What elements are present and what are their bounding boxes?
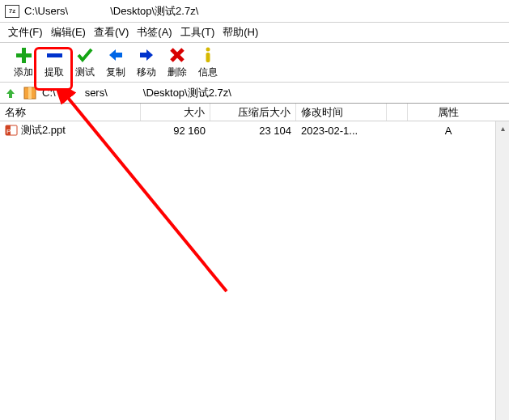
info-label: 信息: [198, 66, 218, 79]
col-header-name[interactable]: 名称: [0, 104, 141, 121]
window-title: C:\Users\\Desktop\测试2.7z\: [24, 4, 198, 19]
scroll-up-icon[interactable]: ▴: [496, 121, 509, 135]
plus-icon: [15, 46, 32, 64]
toolbar: 添加 提取 测试 复制 移动 删除 信息: [0, 42, 509, 83]
cell-attr: A: [408, 121, 489, 139]
menu-favorites[interactable]: 书签(A): [137, 25, 172, 40]
addressbar: C:\sers\\Desktop\测试2.7z\: [0, 83, 509, 104]
test-label: 测试: [75, 66, 95, 79]
titlebar: 7z C:\Users\\Desktop\测试2.7z\: [0, 0, 509, 23]
archive-file-icon: [23, 86, 37, 100]
cell-size: 92 160: [141, 121, 210, 139]
cell-packed: 23 104: [210, 121, 296, 139]
test-button[interactable]: 测试: [70, 44, 100, 81]
app-icon: 7z: [5, 5, 19, 18]
svg-marker-9: [6, 89, 15, 98]
move-arrow-icon: [138, 46, 155, 64]
menu-edit[interactable]: 编辑(E): [51, 25, 86, 40]
extract-button[interactable]: 提取: [39, 44, 70, 81]
cell-modified: 2023-02-1...: [296, 121, 387, 139]
add-button[interactable]: 添加: [8, 44, 39, 81]
col-header-spacer: [387, 104, 408, 121]
menu-file[interactable]: 文件(F): [8, 25, 43, 40]
addr-prefix: C:\: [42, 87, 56, 99]
svg-rect-11: [28, 87, 32, 99]
info-button[interactable]: 信息: [193, 44, 223, 81]
copy-label: 复制: [106, 66, 125, 79]
move-label: 移动: [137, 66, 156, 79]
redacted-seg-2: [108, 88, 143, 98]
addr-suffix: \Desktop\测试2.7z\: [143, 86, 231, 100]
cell-spacer: [387, 121, 408, 139]
col-header-modified[interactable]: 修改时间: [296, 104, 387, 121]
cell-name: P 测试2.ppt: [0, 121, 141, 139]
ppt-file-icon: P: [5, 124, 18, 137]
up-button[interactable]: [3, 86, 18, 100]
extract-label: 提取: [45, 66, 64, 79]
table-row[interactable]: P 测试2.ppt 92 160 23 104 2023-02-1... A: [0, 121, 509, 139]
check-icon: [76, 46, 94, 64]
file-list[interactable]: P 测试2.ppt 92 160 23 104 2023-02-1... A ▴: [0, 121, 509, 420]
svg-rect-8: [206, 53, 210, 62]
menu-help[interactable]: 帮助(H): [223, 25, 258, 40]
svg-marker-3: [109, 49, 122, 61]
add-label: 添加: [14, 66, 33, 79]
menubar: 文件(F) 编辑(E) 查看(V) 书签(A) 工具(T) 帮助(H): [0, 23, 509, 42]
minus-icon: [45, 46, 63, 64]
list-header: 名称 大小 压缩后大小 修改时间 属性: [0, 104, 509, 121]
svg-rect-1: [16, 53, 32, 57]
address-path[interactable]: C:\sers\\Desktop\测试2.7z\: [42, 86, 231, 100]
menu-tools[interactable]: 工具(T): [180, 25, 215, 40]
svg-point-7: [206, 47, 210, 51]
col-header-packed[interactable]: 压缩后大小: [210, 104, 296, 121]
col-header-size[interactable]: 大小: [141, 104, 210, 121]
info-icon: [199, 46, 217, 64]
svg-marker-4: [140, 49, 153, 61]
addr-mid: sers\: [85, 87, 108, 99]
vertical-scrollbar[interactable]: ▴: [495, 121, 509, 420]
redacted-username: [68, 6, 110, 16]
menu-view[interactable]: 查看(V): [94, 25, 129, 40]
move-button[interactable]: 移动: [131, 44, 162, 81]
svg-text:P: P: [6, 128, 11, 135]
copy-arrow-icon: [107, 46, 125, 64]
svg-rect-2: [47, 53, 62, 57]
col-header-attributes[interactable]: 属性: [408, 104, 489, 121]
title-path-suffix: \Desktop\测试2.7z\: [110, 5, 198, 17]
delete-button[interactable]: 删除: [162, 44, 193, 81]
x-icon: [168, 46, 186, 64]
redacted-seg-1: [56, 88, 85, 98]
delete-label: 删除: [168, 66, 187, 79]
file-name: 测试2.ppt: [21, 123, 66, 138]
title-path-prefix: C:\Users\: [24, 5, 68, 17]
copy-button[interactable]: 复制: [100, 44, 131, 81]
